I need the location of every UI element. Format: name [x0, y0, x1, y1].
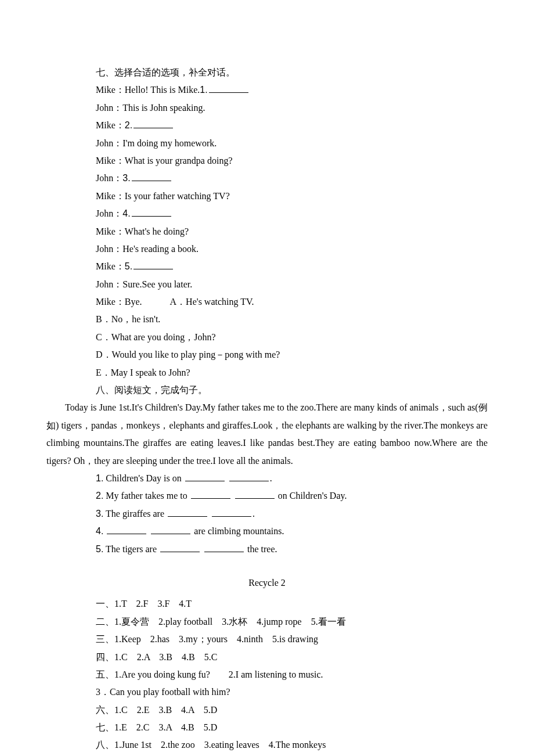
- fill-blank[interactable]: [132, 207, 171, 217]
- dialogue-line: Mike：Hello! This is Mike.1.: [96, 81, 488, 99]
- reading-passage: Today is June 1st.It's Children's Day.My…: [46, 399, 488, 470]
- fill-blank[interactable]: [212, 507, 251, 517]
- answer-line: 三、1.Keep 2.has 3.my；yours 4.ninth 5.is d…: [96, 631, 488, 648]
- fill-blank[interactable]: [168, 507, 207, 517]
- q-num: 3.: [96, 509, 103, 519]
- fill-blank[interactable]: [209, 83, 248, 93]
- dialogue-line: John：3.: [96, 170, 488, 187]
- q-num: 1.: [96, 473, 103, 483]
- dialogue-line: Mike：What's he doing?: [96, 223, 488, 240]
- q-text: My father takes me to: [103, 491, 189, 501]
- fill-blank[interactable]: [132, 171, 171, 181]
- fill-blank[interactable]: [134, 260, 173, 269]
- answer-line: 一、1.T 2.F 3.F 4.T: [96, 595, 488, 613]
- document-page: 七、选择合适的选项，补全对话。 Mike：Hello! This is Mike…: [0, 0, 534, 756]
- text: Mike：: [96, 120, 125, 130]
- fill-blank[interactable]: [151, 524, 190, 534]
- blank-number: 3.: [122, 173, 130, 183]
- option-line: D．Would you like to play ping－pong with …: [96, 346, 488, 363]
- fill-blank[interactable]: [204, 542, 244, 552]
- q-text: on Children's Day.: [276, 491, 347, 501]
- answer-line: 八、1.June 1st 2.the zoo 3.eating leaves 4…: [96, 736, 488, 754]
- fill-blank[interactable]: [185, 471, 225, 481]
- option-line: E．May I speak to John?: [96, 364, 488, 381]
- dialogue-line: Mike：Is your father watching TV?: [96, 188, 488, 205]
- fill-blank[interactable]: [235, 489, 275, 499]
- answers-title: Recycle 2: [46, 574, 488, 592]
- fill-blank[interactable]: [229, 471, 269, 481]
- question-line: 2. My father takes me to on Children's D…: [96, 487, 488, 505]
- text: Mike：: [96, 261, 125, 271]
- blank-number: 1.: [200, 85, 207, 95]
- answer-line: 3．Can you play football with him?: [96, 683, 488, 701]
- question-line: 5. The tigers are the tree.: [96, 541, 488, 558]
- section-7-heading: 七、选择合适的选项，补全对话。: [96, 64, 488, 81]
- q-num: 2.: [96, 491, 103, 501]
- text: John：: [96, 208, 122, 218]
- q-num: 4.: [96, 526, 103, 536]
- dialogue-line: Mike：5.: [96, 258, 488, 275]
- section-8-heading: 八、阅读短文，完成句子。: [96, 381, 488, 399]
- answer-line: 五、1.Are you doing kung fu? 2.I am listen…: [96, 666, 488, 683]
- fill-blank[interactable]: [160, 542, 200, 552]
- q-text: the tree.: [245, 544, 277, 554]
- question-line: 4. are climbing mountains.: [96, 523, 488, 540]
- q-text: The tigers are: [103, 544, 159, 554]
- fill-blank[interactable]: [191, 489, 230, 499]
- q-text: The giraffes are: [103, 509, 167, 519]
- blank-number: 5.: [125, 261, 132, 271]
- blank-number: 4.: [122, 208, 130, 218]
- q-text: .: [252, 509, 255, 519]
- dialogue-line: Mike：What is your grandpa doing?: [96, 152, 488, 170]
- dialogue-line: John：He's reading a book.: [96, 240, 488, 258]
- q-text: .: [270, 473, 272, 483]
- dialogue-line: Mike：Bye. A．He's watching TV.: [96, 293, 488, 311]
- dialogue-line: John：4.: [96, 205, 488, 222]
- blank-number: 2.: [125, 120, 132, 130]
- question-line: 1. Children's Day is on .: [96, 470, 488, 487]
- answer-line: 四、1.C 2.A 3.B 4.B 5.C: [96, 649, 488, 666]
- fill-blank[interactable]: [134, 118, 173, 128]
- text: John：: [96, 173, 122, 183]
- q-text: are climbing mountains.: [192, 526, 284, 536]
- question-line: 3. The giraffes are .: [96, 505, 488, 523]
- q-text: [103, 526, 106, 536]
- answer-line: 二、1.夏令营 2.play football 3.水杯 4.jump rope…: [96, 613, 488, 631]
- q-text: Children's Day is on: [103, 473, 183, 483]
- dialogue-line: John：I'm doing my homework.: [96, 135, 488, 152]
- fill-blank[interactable]: [107, 524, 146, 534]
- q-num: 5.: [96, 544, 103, 554]
- dialogue-line: John：Sure.See you later.: [96, 276, 488, 293]
- option-line: C．What are you doing，John?: [96, 329, 488, 346]
- option-line: B．No，he isn't.: [96, 311, 488, 328]
- answer-line: 六、1.C 2.E 3.B 4.A 5.D: [96, 701, 488, 719]
- answer-line: 七、1.E 2.C 3.A 4.B 5.D: [96, 719, 488, 736]
- text: Mike：Hello! This is Mike.: [96, 85, 200, 95]
- dialogue-line: Mike：2.: [96, 117, 488, 134]
- dialogue-line: John：This is John speaking.: [96, 99, 488, 117]
